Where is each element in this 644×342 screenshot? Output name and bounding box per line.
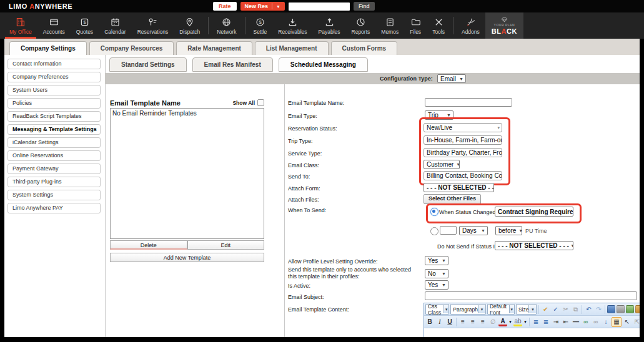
- align-left-icon[interactable]: ≡: [458, 318, 467, 326]
- tab-company-resources[interactable]: Company Resources: [89, 41, 174, 55]
- nav-payables[interactable]: Payables: [313, 12, 346, 39]
- subtab-standard-settings[interactable]: Standard Settings: [109, 57, 187, 72]
- chevron-down-icon[interactable]: ▼: [276, 4, 280, 9]
- tab-rate-management[interactable]: Rate Management: [176, 41, 252, 55]
- sidebar-item-messaging-template-settings[interactable]: Messaging & Template Settings: [7, 124, 101, 135]
- interval-radio[interactable]: [430, 227, 438, 235]
- sidebar-item-readback-script-templates[interactable]: ReadBack Script Templates: [7, 111, 101, 122]
- when-status-changed-radio[interactable]: [430, 208, 438, 216]
- unlink-icon[interactable]: ∞: [592, 318, 600, 326]
- align-right-icon[interactable]: ≡: [478, 318, 487, 326]
- redo-icon[interactable]: ↷: [594, 305, 603, 314]
- unordered-list-icon[interactable]: ≣: [542, 318, 550, 326]
- insert-table-icon[interactable]: ▦: [612, 317, 622, 327]
- sidebar-item-system-settings[interactable]: System Settings: [7, 190, 101, 200]
- rate-button[interactable]: Rate: [213, 2, 237, 11]
- sidebar-item-system-users[interactable]: System Users: [7, 85, 101, 95]
- select-other-files-button[interactable]: Select Other Files: [424, 194, 481, 204]
- tab-custom-forms[interactable]: Custom Forms: [331, 41, 398, 55]
- show-all-checkbox[interactable]: [257, 99, 264, 106]
- edit-template-button[interactable]: Edit: [187, 240, 265, 250]
- add-new-template-button[interactable]: Add New Template: [110, 253, 264, 262]
- plan-badge[interactable]: YOUR PLAN BLACK: [485, 12, 523, 39]
- nav-my-office[interactable]: My Office: [4, 12, 37, 39]
- sidebar-item-company-preferences[interactable]: Company Preferences: [7, 72, 101, 82]
- send-only-select[interactable]: No▼: [425, 269, 448, 278]
- interval-direction-select[interactable]: before▼: [495, 226, 522, 235]
- sidebar-item-online-reservations[interactable]: Online Reservations: [7, 150, 101, 161]
- font-color-icon[interactable]: A: [498, 318, 507, 326]
- nav-accounts[interactable]: Accounts: [37, 12, 71, 39]
- email-type-select[interactable]: Trip▼: [425, 110, 453, 120]
- sidebar-item-third-party-plugins[interactable]: Third-party Plug-ins: [7, 177, 101, 187]
- insert-html-icon[interactable]: [617, 305, 625, 313]
- nav-tools[interactable]: Tools: [427, 12, 450, 39]
- allow-override-select[interactable]: Yes▼: [425, 256, 448, 265]
- css-class-dropdown[interactable]: Css Class▼: [425, 304, 449, 315]
- sidebar-item-limo-anywhere-pay[interactable]: Limo Anywhere PAY: [7, 203, 101, 213]
- anchor-icon[interactable]: ↓: [602, 318, 610, 326]
- paragraph-dropdown[interactable]: Paragraph▼: [450, 304, 486, 315]
- interval-unit-select[interactable]: Days▼: [459, 226, 488, 235]
- template-list-box[interactable]: No Email Reminder Templates: [110, 108, 264, 239]
- delete-template-button[interactable]: Delete: [110, 240, 187, 250]
- tab-list-management[interactable]: List Management: [255, 41, 329, 55]
- font-dropdown[interactable]: Default Font▼: [487, 304, 515, 315]
- nav-quotes[interactable]: $ Quotes: [71, 12, 99, 39]
- sidebar-item-payment-gateway[interactable]: Payment Gateway: [7, 164, 101, 174]
- email-subject-input[interactable]: [425, 291, 637, 300]
- sidebar-item-policies[interactable]: Policies: [7, 98, 101, 109]
- outdent-icon[interactable]: ⇤: [562, 318, 570, 326]
- trip-type-select[interactable]: In-House, Farm-in, Farm-out▾: [424, 135, 502, 145]
- horizontal-rule-icon[interactable]: —: [572, 318, 580, 326]
- italic-icon[interactable]: I: [435, 318, 444, 326]
- insert-media-icon[interactable]: [635, 305, 640, 313]
- indent-icon[interactable]: ⇥: [552, 318, 560, 326]
- underline-icon[interactable]: U: [445, 318, 454, 326]
- insert-image-icon[interactable]: [626, 305, 634, 313]
- chevron-down-icon[interactable]: ▼: [508, 320, 512, 324]
- reservation-status-select[interactable]: New/Live▾: [424, 123, 502, 132]
- email-template-content-editor[interactable]: Css Class▼ Paragraph▼ Default Font▼ Size…: [424, 303, 640, 337]
- bold-icon[interactable]: B: [425, 318, 434, 326]
- cell-pointer-icon[interactable]: ⇱: [633, 318, 640, 326]
- is-active-select[interactable]: Yes▼: [425, 280, 448, 290]
- copy-icon[interactable]: ⧉: [571, 305, 580, 314]
- tab-company-settings[interactable]: Company Settings: [9, 41, 87, 55]
- nav-calendar[interactable]: Calendar: [99, 12, 132, 39]
- do-not-send-select[interactable]: - - - NOT SELECTED - - -▾: [495, 241, 573, 250]
- link-icon[interactable]: ∞: [582, 318, 590, 326]
- subtab-scheduled-messaging[interactable]: Scheduled Messaging: [279, 57, 368, 72]
- remove-format-icon[interactable]: ∅: [488, 318, 497, 326]
- align-center-icon[interactable]: ≡: [468, 318, 477, 326]
- nav-files[interactable]: Files: [404, 12, 427, 39]
- editor-content-area[interactable]: [424, 328, 640, 337]
- nav-memos[interactable]: Memos: [375, 12, 404, 39]
- size-dropdown[interactable]: Size▼: [516, 304, 537, 315]
- select-pointer-icon[interactable]: ↖: [623, 318, 632, 326]
- nav-reports[interactable]: Reports: [346, 12, 376, 39]
- ordered-list-icon[interactable]: ≣: [532, 318, 540, 326]
- sidebar-item-contact-information[interactable]: Contact Information: [7, 59, 101, 69]
- sidebar-item-icalendar-settings[interactable]: iCalendar Settings: [7, 137, 101, 148]
- nav-dispatch[interactable]: Dispatch: [174, 12, 206, 39]
- nav-receivables[interactable]: Receivables: [272, 12, 312, 39]
- global-search-input[interactable]: [289, 2, 350, 11]
- spellcheck-icon[interactable]: ✓: [551, 305, 560, 314]
- service-type-select[interactable]: Birthday Party, Charter, From▾: [424, 148, 502, 157]
- undo-icon[interactable]: ↶: [584, 305, 593, 314]
- nav-settle[interactable]: $ Settle: [248, 12, 273, 39]
- insert-template-icon[interactable]: [607, 305, 615, 313]
- configuration-type-select[interactable]: Email▼: [437, 74, 466, 83]
- email-class-select[interactable]: Customer▼: [424, 160, 460, 169]
- email-template-name-input[interactable]: [425, 98, 512, 107]
- nav-network[interactable]: Network: [211, 12, 242, 39]
- when-status-changed-select[interactable]: Contract Signing Required▾: [495, 207, 573, 217]
- interval-number-input[interactable]: [440, 226, 457, 235]
- nav-reservations[interactable]: Reservations: [132, 12, 174, 39]
- new-res-button[interactable]: New Res▼: [240, 2, 285, 11]
- chevron-down-icon[interactable]: ▼: [523, 320, 527, 324]
- send-to-select[interactable]: Billing Contact, Booking Cont▾: [424, 171, 502, 180]
- format-painter-icon[interactable]: ✔: [541, 305, 550, 314]
- highlight-color-icon[interactable]: ab: [513, 318, 522, 326]
